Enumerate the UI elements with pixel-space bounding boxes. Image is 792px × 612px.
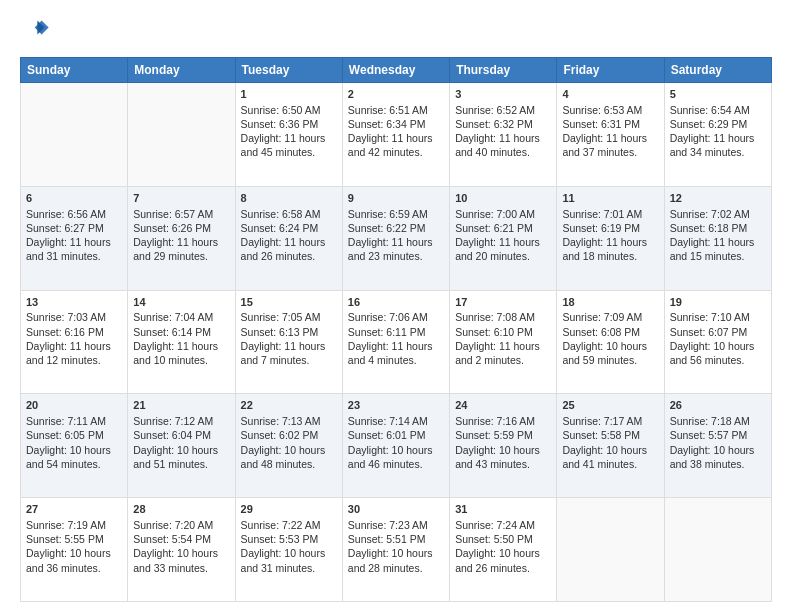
sunrise-text: Sunrise: 7:18 AM	[670, 414, 766, 428]
calendar-cell: 29Sunrise: 7:22 AMSunset: 5:53 PMDayligh…	[235, 498, 342, 602]
sunset-text: Sunset: 6:10 PM	[455, 325, 551, 339]
sunrise-text: Sunrise: 6:56 AM	[26, 207, 122, 221]
daylight-text: Daylight: 11 hours and 7 minutes.	[241, 339, 337, 367]
sunset-text: Sunset: 6:04 PM	[133, 428, 229, 442]
sunrise-text: Sunrise: 6:59 AM	[348, 207, 444, 221]
calendar-week-4: 27Sunrise: 7:19 AMSunset: 5:55 PMDayligh…	[21, 498, 772, 602]
daylight-text: Daylight: 10 hours and 41 minutes.	[562, 443, 658, 471]
day-number: 31	[455, 502, 551, 517]
sunrise-text: Sunrise: 7:14 AM	[348, 414, 444, 428]
day-number: 24	[455, 398, 551, 413]
daylight-text: Daylight: 10 hours and 31 minutes.	[241, 546, 337, 574]
daylight-text: Daylight: 11 hours and 15 minutes.	[670, 235, 766, 263]
sunset-text: Sunset: 6:21 PM	[455, 221, 551, 235]
sunrise-text: Sunrise: 7:04 AM	[133, 310, 229, 324]
sunset-text: Sunset: 6:14 PM	[133, 325, 229, 339]
day-number: 28	[133, 502, 229, 517]
daylight-text: Daylight: 11 hours and 12 minutes.	[26, 339, 122, 367]
calendar-cell	[557, 498, 664, 602]
calendar-cell: 14Sunrise: 7:04 AMSunset: 6:14 PMDayligh…	[128, 290, 235, 394]
day-number: 10	[455, 191, 551, 206]
daylight-text: Daylight: 10 hours and 26 minutes.	[455, 546, 551, 574]
calendar-cell: 25Sunrise: 7:17 AMSunset: 5:58 PMDayligh…	[557, 394, 664, 498]
day-number: 26	[670, 398, 766, 413]
sunrise-text: Sunrise: 7:08 AM	[455, 310, 551, 324]
day-number: 30	[348, 502, 444, 517]
calendar-cell: 20Sunrise: 7:11 AMSunset: 6:05 PMDayligh…	[21, 394, 128, 498]
col-header-tuesday: Tuesday	[235, 58, 342, 83]
calendar-week-2: 13Sunrise: 7:03 AMSunset: 6:16 PMDayligh…	[21, 290, 772, 394]
sunrise-text: Sunrise: 7:24 AM	[455, 518, 551, 532]
calendar-cell: 7Sunrise: 6:57 AMSunset: 6:26 PMDaylight…	[128, 186, 235, 290]
daylight-text: Daylight: 10 hours and 28 minutes.	[348, 546, 444, 574]
day-number: 27	[26, 502, 122, 517]
col-header-monday: Monday	[128, 58, 235, 83]
calendar-cell: 23Sunrise: 7:14 AMSunset: 6:01 PMDayligh…	[342, 394, 449, 498]
daylight-text: Daylight: 11 hours and 20 minutes.	[455, 235, 551, 263]
col-header-saturday: Saturday	[664, 58, 771, 83]
sunset-text: Sunset: 6:36 PM	[241, 117, 337, 131]
sunrise-text: Sunrise: 7:09 AM	[562, 310, 658, 324]
daylight-text: Daylight: 10 hours and 54 minutes.	[26, 443, 122, 471]
sunset-text: Sunset: 6:29 PM	[670, 117, 766, 131]
sunset-text: Sunset: 6:19 PM	[562, 221, 658, 235]
day-number: 7	[133, 191, 229, 206]
calendar-cell	[128, 83, 235, 187]
col-header-wednesday: Wednesday	[342, 58, 449, 83]
sunset-text: Sunset: 6:07 PM	[670, 325, 766, 339]
daylight-text: Daylight: 11 hours and 37 minutes.	[562, 131, 658, 159]
sunset-text: Sunset: 6:34 PM	[348, 117, 444, 131]
sunset-text: Sunset: 5:57 PM	[670, 428, 766, 442]
day-number: 5	[670, 87, 766, 102]
calendar-table: SundayMondayTuesdayWednesdayThursdayFrid…	[20, 57, 772, 602]
sunset-text: Sunset: 5:59 PM	[455, 428, 551, 442]
calendar-cell: 8Sunrise: 6:58 AMSunset: 6:24 PMDaylight…	[235, 186, 342, 290]
sunset-text: Sunset: 6:08 PM	[562, 325, 658, 339]
day-number: 17	[455, 295, 551, 310]
sunrise-text: Sunrise: 6:54 AM	[670, 103, 766, 117]
daylight-text: Daylight: 11 hours and 18 minutes.	[562, 235, 658, 263]
daylight-text: Daylight: 10 hours and 59 minutes.	[562, 339, 658, 367]
sunrise-text: Sunrise: 7:22 AM	[241, 518, 337, 532]
sunset-text: Sunset: 6:24 PM	[241, 221, 337, 235]
daylight-text: Daylight: 11 hours and 45 minutes.	[241, 131, 337, 159]
col-header-sunday: Sunday	[21, 58, 128, 83]
calendar-cell: 1Sunrise: 6:50 AMSunset: 6:36 PMDaylight…	[235, 83, 342, 187]
daylight-text: Daylight: 10 hours and 48 minutes.	[241, 443, 337, 471]
daylight-text: Daylight: 10 hours and 33 minutes.	[133, 546, 229, 574]
sunset-text: Sunset: 6:27 PM	[26, 221, 122, 235]
calendar-cell: 9Sunrise: 6:59 AMSunset: 6:22 PMDaylight…	[342, 186, 449, 290]
daylight-text: Daylight: 11 hours and 26 minutes.	[241, 235, 337, 263]
calendar-week-1: 6Sunrise: 6:56 AMSunset: 6:27 PMDaylight…	[21, 186, 772, 290]
sunrise-text: Sunrise: 7:19 AM	[26, 518, 122, 532]
sunset-text: Sunset: 6:26 PM	[133, 221, 229, 235]
sunset-text: Sunset: 6:18 PM	[670, 221, 766, 235]
sunrise-text: Sunrise: 7:12 AM	[133, 414, 229, 428]
sunrise-text: Sunrise: 7:11 AM	[26, 414, 122, 428]
daylight-text: Daylight: 10 hours and 38 minutes.	[670, 443, 766, 471]
daylight-text: Daylight: 11 hours and 42 minutes.	[348, 131, 444, 159]
day-number: 4	[562, 87, 658, 102]
day-number: 23	[348, 398, 444, 413]
daylight-text: Daylight: 10 hours and 43 minutes.	[455, 443, 551, 471]
sunrise-text: Sunrise: 7:10 AM	[670, 310, 766, 324]
day-number: 12	[670, 191, 766, 206]
calendar-cell: 28Sunrise: 7:20 AMSunset: 5:54 PMDayligh…	[128, 498, 235, 602]
calendar-cell: 26Sunrise: 7:18 AMSunset: 5:57 PMDayligh…	[664, 394, 771, 498]
calendar-cell: 4Sunrise: 6:53 AMSunset: 6:31 PMDaylight…	[557, 83, 664, 187]
sunset-text: Sunset: 6:02 PM	[241, 428, 337, 442]
calendar-cell: 5Sunrise: 6:54 AMSunset: 6:29 PMDaylight…	[664, 83, 771, 187]
day-number: 22	[241, 398, 337, 413]
day-number: 25	[562, 398, 658, 413]
sunrise-text: Sunrise: 6:58 AM	[241, 207, 337, 221]
calendar-cell: 2Sunrise: 6:51 AMSunset: 6:34 PMDaylight…	[342, 83, 449, 187]
daylight-text: Daylight: 11 hours and 34 minutes.	[670, 131, 766, 159]
sunset-text: Sunset: 6:05 PM	[26, 428, 122, 442]
calendar-cell	[21, 83, 128, 187]
sunrise-text: Sunrise: 6:53 AM	[562, 103, 658, 117]
daylight-text: Daylight: 10 hours and 51 minutes.	[133, 443, 229, 471]
sunrise-text: Sunrise: 7:13 AM	[241, 414, 337, 428]
calendar-cell: 21Sunrise: 7:12 AMSunset: 6:04 PMDayligh…	[128, 394, 235, 498]
page: SundayMondayTuesdayWednesdayThursdayFrid…	[0, 0, 792, 612]
calendar-week-3: 20Sunrise: 7:11 AMSunset: 6:05 PMDayligh…	[21, 394, 772, 498]
